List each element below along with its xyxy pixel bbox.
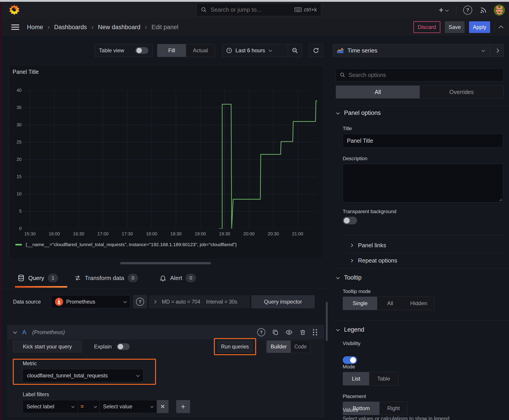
avatar[interactable] [494, 5, 505, 16]
options-search-box[interactable] [336, 68, 504, 82]
chart-plot[interactable] [23, 90, 317, 229]
builder-option[interactable]: Builder [267, 341, 291, 353]
legend-visibility-toggle[interactable] [343, 356, 357, 364]
topnav-divider [456, 6, 456, 14]
copy-icon[interactable] [272, 329, 279, 336]
chevron-down-icon[interactable] [13, 330, 17, 334]
tooltip-section-header[interactable]: Tooltip [337, 274, 362, 281]
tab-query-label: Query [28, 275, 44, 282]
new-button[interactable]: + [434, 6, 453, 14]
search-icon [201, 7, 207, 13]
collapse-options-button[interactable] [490, 49, 504, 52]
datasource-help-button[interactable] [133, 295, 147, 308]
breadcrumb-new-dashboard[interactable]: New dashboard [98, 24, 140, 31]
options-search-input[interactable] [348, 72, 500, 79]
tab-query[interactable]: Query 1 [17, 274, 58, 282]
trash-icon[interactable] [299, 329, 306, 336]
time-range-picker[interactable]: Last 6 hours [222, 47, 288, 54]
tooltip-mode-all[interactable]: All [377, 297, 403, 310]
run-queries-button[interactable]: Run queries [218, 341, 252, 352]
fill-option[interactable]: Fill [157, 44, 186, 57]
explain-toggle[interactable] [117, 343, 130, 350]
tab-all[interactable]: All [336, 86, 420, 98]
panel-options-header[interactable]: Panel options [337, 110, 381, 116]
x-tick-label: 21:00 [292, 231, 303, 236]
chevron-right-icon[interactable] [153, 300, 157, 304]
window-top-edge [0, 0, 509, 2]
datasource-picker[interactable]: Prometheus [51, 295, 130, 308]
chart-svg[interactable] [23, 90, 317, 229]
legend-mode-list[interactable]: List [343, 372, 369, 385]
x-tick-label: 18:30 [170, 231, 182, 236]
select-value-dropdown[interactable]: Select value [99, 400, 157, 413]
resize-handle-icon[interactable] [498, 198, 502, 201]
vertical-scrollbar[interactable] [326, 302, 328, 341]
y-tick-label: 5 [19, 209, 22, 214]
help-icon[interactable] [257, 328, 265, 336]
tooltip-mode-hidden[interactable]: Hidden [403, 297, 434, 310]
help-icon[interactable] [463, 6, 472, 15]
legend-section-header[interactable]: Legend [337, 326, 364, 333]
add-filter-button[interactable] [176, 400, 190, 413]
query-editor-card: A (Prometheus) Kick start your query Exp… [7, 325, 324, 417]
tab-alert[interactable]: Alert 0 [159, 274, 196, 282]
visualization-label: Time series [347, 47, 377, 54]
label-filters-label: Label filters [23, 391, 49, 398]
x-tick-label: 16:30 [73, 231, 84, 236]
breadcrumb-home[interactable]: Home [27, 24, 43, 31]
collapse-header-icon[interactable] [499, 25, 503, 30]
select-label-dropdown[interactable]: Select label [23, 400, 78, 413]
global-search-input[interactable] [210, 6, 295, 14]
visualization-picker[interactable]: Time series [333, 44, 504, 57]
global-search-box[interactable]: ctrl+k [196, 3, 321, 16]
menu-icon[interactable] [11, 23, 19, 31]
plus-icon: + [439, 6, 443, 14]
chevron-down-icon [150, 405, 153, 408]
tab-transform[interactable]: Transform data 0 [74, 274, 138, 282]
repeat-options-header[interactable]: Repeat options [350, 257, 397, 264]
time-series-icon [337, 47, 344, 54]
breadcrumb-bar: Home › Dashboards › New dashboard › Edit… [2, 18, 509, 36]
horizontal-scrollbar[interactable] [120, 262, 211, 264]
legend-mode-table[interactable]: Table [369, 372, 398, 385]
actual-option[interactable]: Actual [186, 44, 215, 57]
eye-icon[interactable] [285, 329, 293, 336]
code-option[interactable]: Code [291, 341, 310, 353]
save-button[interactable]: Save [445, 21, 464, 33]
section-divider [333, 320, 509, 321]
breadcrumb-separator-icon: › [48, 23, 50, 31]
grafana-logo-icon[interactable] [8, 4, 20, 16]
chart-legend: {__name__="cloudflared_tunnel_total_requ… [15, 242, 237, 247]
kick-start-query-button[interactable]: Kick start your query [13, 341, 82, 352]
max-data-points-stat: MD = auto = 704 [162, 299, 200, 305]
y-tick-label: 30 [17, 122, 22, 128]
discard-button[interactable]: Discard [413, 21, 440, 33]
breadcrumb-dashboards[interactable]: Dashboards [54, 24, 87, 31]
tooltip-mode-single[interactable]: Single [343, 297, 377, 310]
transform-icon [74, 274, 81, 282]
description-textarea[interactable] [343, 164, 503, 202]
operator-dropdown[interactable]: = [78, 400, 99, 413]
metric-select[interactable]: cloudflared_tunnel_total_requests [23, 369, 144, 382]
panel-links-header[interactable]: Panel links [350, 242, 386, 249]
transparent-background-toggle[interactable] [343, 217, 357, 224]
table-view-toggle[interactable] [135, 47, 148, 54]
help-icon [136, 298, 144, 306]
tab-overrides[interactable]: Overrides [420, 86, 503, 98]
drag-handle-icon[interactable] [313, 329, 318, 335]
search-icon [340, 72, 345, 78]
panel-title-input[interactable] [343, 134, 503, 148]
news-icon[interactable] [479, 6, 487, 14]
legend-values-description: Select values or calculations to show in… [343, 416, 503, 420]
chart-panel[interactable]: Panel Title 0510152025303540 15:3016:001… [9, 65, 324, 259]
apply-button[interactable]: Apply [469, 21, 490, 33]
refresh-button[interactable] [309, 44, 323, 57]
legend-series-label[interactable]: {__name__="cloudflared_tunnel_total_requ… [26, 242, 237, 247]
query-row-header[interactable]: A (Prometheus) [8, 325, 324, 339]
x-tick-label: 20:00 [243, 231, 255, 236]
query-row-actions [257, 328, 318, 336]
remove-filter-button[interactable] [157, 400, 168, 413]
zoom-out-button[interactable] [288, 47, 302, 54]
grafana-edit-panel-page: ctrl+k + Home › Dashboards › New [0, 0, 509, 420]
query-inspector-button[interactable]: Query inspector [251, 295, 315, 308]
